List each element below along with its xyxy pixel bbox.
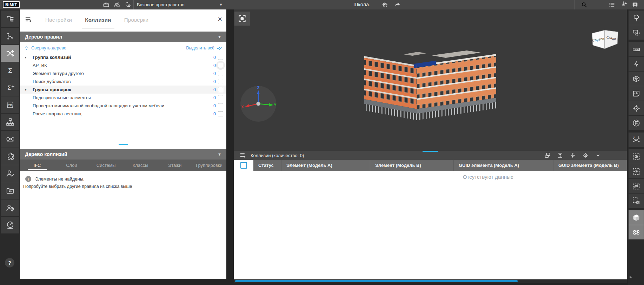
search-button[interactable] <box>580 1 587 8</box>
caret-down-icon[interactable]: ▾ <box>23 55 28 59</box>
left-tool-totals-add[interactable] <box>1 79 19 96</box>
right-tool-shaded-view[interactable] <box>629 210 644 225</box>
rule-row[interactable]: АР_ВК0 <box>20 61 226 69</box>
rule-checkbox[interactable] <box>218 103 223 108</box>
rule-row[interactable]: ▾Группа проверок0 <box>20 86 226 94</box>
collapse-tree-link[interactable]: Свернуть дерево <box>24 46 66 50</box>
right-tool-locate[interactable] <box>629 101 644 115</box>
rule-checkbox[interactable] <box>218 63 223 68</box>
help-button[interactable]: ? <box>5 258 14 267</box>
collision-tab-Этажи[interactable]: Этажи <box>158 160 192 171</box>
left-tool-collisions[interactable] <box>1 45 19 62</box>
team-button[interactable] <box>113 1 120 8</box>
chevron-down-icon[interactable]: ▼ <box>218 35 221 39</box>
right-tool-drawings[interactable] <box>629 86 644 101</box>
project-settings-button[interactable] <box>381 1 388 8</box>
right-tool-orbit-mode[interactable] <box>629 225 644 239</box>
tab-Проверки[interactable]: Проверки <box>124 9 148 30</box>
resize-grip-icon[interactable] <box>630 276 632 278</box>
collapse-panel-button[interactable] <box>595 152 602 159</box>
collision-tab-Системы[interactable]: Системы <box>89 160 123 171</box>
scrollbar-thumb[interactable] <box>235 280 518 282</box>
panel-resize-handle[interactable] <box>119 144 128 145</box>
workspace-selector[interactable]: Базовое пространство <box>137 0 185 9</box>
rule-row[interactable]: Расчет марша лестниц0 <box>20 110 226 118</box>
column-header[interactable]: Элемент (Модель A) <box>281 160 370 171</box>
rule-row[interactable]: Поиск дубликатов0 <box>20 77 226 86</box>
tab-Коллизии[interactable]: Коллизии <box>85 9 111 30</box>
rule-checkbox[interactable] <box>218 111 223 116</box>
fit-view-button[interactable] <box>234 12 250 26</box>
left-tool-structure-scheme[interactable] <box>1 114 19 130</box>
building-model[interactable] <box>361 36 499 126</box>
close-icon[interactable]: × <box>218 15 222 23</box>
rule-checkbox[interactable] <box>218 55 223 60</box>
puzzle-icon <box>6 152 15 161</box>
projects-button[interactable] <box>102 1 109 8</box>
table-empty-text: Отсутствуют данные <box>436 174 541 180</box>
column-header[interactable]: Статус <box>253 160 281 171</box>
chevron-down-icon[interactable]: ▼ <box>218 152 221 156</box>
right-tool-clash-points[interactable] <box>629 133 644 147</box>
fit-row-height-button[interactable] <box>557 152 564 159</box>
left-tool-user-tasks[interactable] <box>1 165 19 182</box>
left-tool-relations[interactable] <box>1 28 19 45</box>
view-cube[interactable]: Справа Сзади <box>589 28 621 50</box>
collision-tab-Слои[interactable]: Слои <box>54 160 89 171</box>
left-tool-model-tree[interactable] <box>1 11 19 27</box>
collapse-rows-button[interactable] <box>569 152 576 159</box>
panel-menu-button[interactable] <box>25 16 32 23</box>
rule-checkbox[interactable] <box>218 87 223 92</box>
right-tool-environment[interactable] <box>629 11 644 25</box>
rule-row[interactable]: ▾Группа коллизий0 <box>20 53 226 61</box>
column-header[interactable]: Элемент (Модель B) <box>370 160 454 171</box>
left-tool-plugins[interactable] <box>1 148 19 165</box>
axis-gizmo[interactable]: Z Y X <box>240 85 277 122</box>
select-all-link[interactable]: Выделить всё <box>186 45 222 51</box>
account-button[interactable] <box>631 1 638 8</box>
collision-tab-IFC[interactable]: IFC <box>20 160 54 171</box>
rule-row[interactable]: Элемент внтури другого0 <box>20 69 226 77</box>
rule-row[interactable]: Проверка минимальной свободной площади с… <box>20 102 226 110</box>
right-tool-flags[interactable] <box>629 116 644 130</box>
right-tool-hide-selection[interactable] <box>629 179 644 193</box>
panel-resize-handle[interactable] <box>423 151 438 152</box>
column-header[interactable]: GUID элемента (Модель A) <box>454 160 553 171</box>
left-tool-dashboard[interactable] <box>1 217 19 233</box>
notifications-button[interactable] <box>620 1 627 8</box>
viewport-3d[interactable]: Справа Сзади Z Y X <box>234 9 627 151</box>
right-toolbar-group <box>628 11 644 40</box>
rule-checkbox[interactable] <box>218 95 223 100</box>
share-button[interactable] <box>394 1 401 8</box>
collision-tab-Группировки[interactable]: Группировки <box>192 160 226 171</box>
right-tool-section-box[interactable] <box>629 72 644 86</box>
right-tool-show-selection[interactable] <box>629 164 644 178</box>
left-tool-graphs[interactable] <box>1 131 19 148</box>
tab-Настройки[interactable]: Настройки <box>45 9 72 30</box>
rules-tree-header[interactable]: Дерево правил ▼ <box>20 32 226 42</box>
caret-down-icon[interactable]: ▾ <box>23 88 28 91</box>
table-menu-button[interactable] <box>239 152 246 159</box>
rule-checkbox[interactable] <box>218 79 223 84</box>
select-all-checkbox[interactable] <box>240 162 247 169</box>
right-tool-measure[interactable] <box>629 42 644 56</box>
table-settings-button[interactable] <box>582 152 589 159</box>
right-tool-quick-actions[interactable] <box>629 57 644 71</box>
copy-results-button[interactable] <box>544 152 551 159</box>
chevron-down-icon[interactable]: ▼ <box>219 0 223 9</box>
rule-checkbox[interactable] <box>218 71 223 76</box>
left-tool-user-location[interactable] <box>1 199 19 216</box>
left-tool-totals[interactable] <box>1 62 19 79</box>
left-tool-import-folder[interactable] <box>1 182 19 199</box>
column-header[interactable]: GUID элемента (Модель B) <box>553 160 627 171</box>
hide-box-icon <box>632 182 640 190</box>
collision-tab-Классы[interactable]: Классы <box>123 160 158 171</box>
rule-row[interactable]: Подозрительные элементы0 <box>20 94 226 102</box>
right-tool-select-objects[interactable] <box>629 25 644 40</box>
left-tool-2d-view[interactable] <box>1 96 19 113</box>
security-button[interactable] <box>124 1 131 8</box>
right-tool-isolate-selection[interactable] <box>629 149 644 164</box>
menu-list-button[interactable] <box>608 1 615 8</box>
right-tool-clear-selection[interactable] <box>629 194 644 208</box>
collision-tree-header[interactable]: Дерево коллизий ▼ <box>20 149 226 160</box>
